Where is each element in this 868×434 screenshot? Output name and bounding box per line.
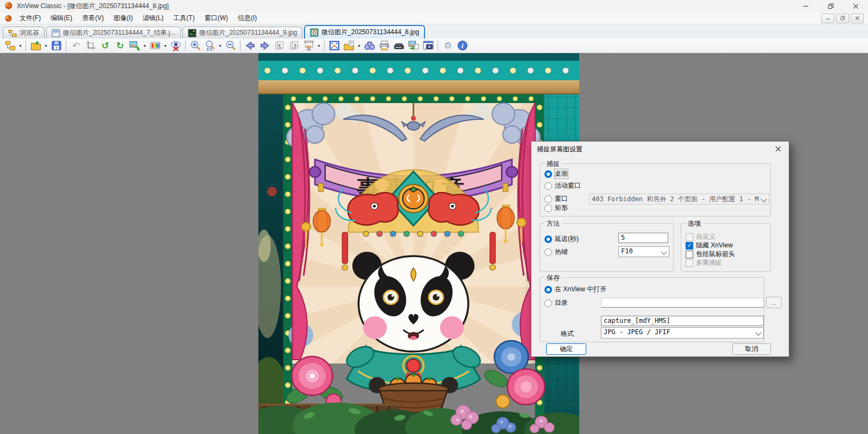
open-folder-icon bbox=[30, 40, 42, 52]
nav-back-button[interactable] bbox=[243, 39, 257, 53]
chevron-down-icon bbox=[761, 196, 766, 202]
dialog-close-icon[interactable] bbox=[772, 144, 784, 154]
red-eye-button[interactable] bbox=[168, 39, 183, 53]
format-combobox[interactable]: JPG - JPEG / JFIF bbox=[601, 327, 764, 339]
fullscreen-button[interactable] bbox=[327, 39, 341, 53]
radio-active-window[interactable] bbox=[544, 182, 552, 190]
radio-window[interactable] bbox=[544, 195, 552, 203]
zoom-in-icon bbox=[189, 40, 201, 52]
print-button[interactable] bbox=[377, 39, 391, 53]
tab-image-8[interactable]: 微信图片_20250731134444_8.jpg bbox=[304, 25, 425, 39]
chevron-down-icon bbox=[661, 248, 667, 254]
options-group: 选项 自定义 ✓ 隐藏 XnView 包括鼠标箭头 多重捕捉 bbox=[681, 223, 771, 272]
search-binoculars-button[interactable] bbox=[362, 39, 377, 53]
radio-desktop[interactable] bbox=[544, 170, 552, 178]
checkbox-multi-capture[interactable] bbox=[686, 259, 693, 267]
window-select-combobox[interactable]: 403 Forbidden 和另外 2 个页面 - 用户配置 1 - M bbox=[589, 194, 769, 205]
menu-item-6[interactable]: 窗口(W) bbox=[200, 12, 233, 24]
mdi-minimize-button[interactable] bbox=[821, 14, 834, 23]
svg-text:1:1: 1:1 bbox=[206, 47, 212, 51]
toolbar-separator bbox=[185, 40, 186, 52]
cancel-button[interactable]: 取消 bbox=[732, 343, 771, 355]
filename-template-input[interactable]: capture_[mdY_HMS] bbox=[601, 316, 764, 326]
batch-convert-button[interactable] bbox=[406, 39, 421, 53]
crop-button[interactable] bbox=[83, 39, 98, 53]
radio-directory[interactable] bbox=[544, 299, 552, 307]
scanner-button[interactable] bbox=[391, 39, 406, 53]
save-button[interactable]: ? bbox=[49, 39, 64, 53]
browse-tree-dropdown-caret[interactable]: ▾ bbox=[17, 39, 23, 53]
zoom-out-icon bbox=[225, 40, 237, 52]
open-folder-dropdown-caret[interactable]: ▾ bbox=[43, 39, 49, 53]
page-prev-icon bbox=[274, 40, 286, 52]
radio-window-label: 窗口 bbox=[555, 194, 568, 203]
rotate-left-button[interactable]: ↺ bbox=[98, 39, 112, 53]
info-button[interactable]: i bbox=[455, 39, 470, 53]
menu-item-5[interactable]: 工具(T) bbox=[168, 12, 199, 24]
open-folder-button[interactable] bbox=[28, 39, 43, 53]
save-group-label: 保存 bbox=[544, 273, 562, 283]
browse-directory-button[interactable]: ... bbox=[766, 297, 782, 308]
undo-button[interactable]: ↶ bbox=[68, 39, 83, 53]
slideshow-button[interactable] bbox=[301, 39, 316, 53]
minimize-button[interactable] bbox=[793, 0, 818, 12]
menu-item-0[interactable]: 文件(F) bbox=[15, 12, 46, 24]
radio-hotkey[interactable] bbox=[544, 248, 552, 256]
page-next-icon bbox=[288, 40, 300, 52]
window-controls bbox=[793, 0, 868, 12]
close-button[interactable] bbox=[843, 0, 868, 12]
settings-gear-button[interactable]: ⚙ bbox=[440, 39, 455, 53]
format-value: JPG - JPEG / JFIF bbox=[604, 328, 670, 336]
menu-item-2[interactable]: 查看(V) bbox=[77, 12, 109, 24]
radio-open-in-xnview[interactable] bbox=[544, 286, 552, 293]
zoom-1-1-dropdown-caret[interactable]: ▾ bbox=[217, 39, 223, 53]
convert-image-button[interactable] bbox=[127, 39, 142, 53]
svg-text:↻: ↻ bbox=[116, 41, 123, 51]
delay-seconds-input[interactable]: 5 bbox=[618, 233, 668, 243]
nav-forward-button[interactable] bbox=[257, 39, 272, 53]
directory-input[interactable] bbox=[601, 298, 764, 308]
page-prev-button[interactable] bbox=[272, 39, 287, 53]
palette-button[interactable] bbox=[148, 39, 162, 53]
mdi-close-button[interactable] bbox=[851, 14, 864, 23]
radio-rectangle[interactable] bbox=[544, 205, 552, 212]
hotkey-combobox[interactable]: F10 bbox=[618, 246, 669, 257]
restore-button[interactable] bbox=[818, 0, 843, 12]
image-canvas[interactable]: 事事如意 bbox=[0, 53, 868, 434]
rotate-right-icon: ↻ bbox=[114, 40, 126, 52]
tab-browser[interactable]: 浏览器 bbox=[3, 27, 45, 39]
menu-item-7[interactable]: 信息(I) bbox=[233, 12, 262, 24]
capture-group-label: 捕捉 bbox=[544, 159, 562, 169]
checkbox-include-cursor[interactable] bbox=[686, 251, 693, 258]
menu-item-4[interactable]: 滤镜(L) bbox=[138, 12, 169, 24]
palette-dropdown-caret[interactable]: ▾ bbox=[162, 39, 168, 53]
thumb-green-icon bbox=[188, 29, 197, 37]
tab-image-7-result[interactable]: 微信图片_20250731134444_7_结果.j... bbox=[46, 27, 181, 39]
page-next-button[interactable] bbox=[287, 39, 301, 53]
zoom-1-1-button[interactable]: 1:1 bbox=[202, 39, 217, 53]
folder-export-button[interactable] bbox=[341, 39, 356, 53]
radio-rectangle-label: 矩形 bbox=[555, 203, 568, 213]
folder-tree-icon bbox=[8, 29, 17, 37]
checkbox-hide-xnview[interactable]: ✓ bbox=[686, 242, 693, 250]
convert-image-dropdown-caret[interactable]: ▾ bbox=[142, 39, 148, 53]
chevron-down-icon bbox=[755, 329, 761, 335]
menu-item-1[interactable]: 编辑(E) bbox=[46, 12, 77, 24]
browse-tree-button[interactable] bbox=[3, 39, 17, 53]
ok-button[interactable]: 确定 bbox=[546, 343, 586, 355]
radio-delay[interactable] bbox=[544, 235, 552, 243]
menu-item-3[interactable]: 图像(I) bbox=[109, 12, 137, 24]
zoom-out-button[interactable] bbox=[223, 39, 238, 53]
menu-bar: 文件(F)编辑(E)查看(V)图像(I)滤镜(L)工具(T)窗口(W)信息(I) bbox=[0, 12, 868, 24]
checkbox-custom[interactable] bbox=[686, 233, 693, 241]
rotate-right-button[interactable]: ↻ bbox=[112, 39, 127, 53]
slideshow-dropdown-caret[interactable]: ▾ bbox=[316, 39, 322, 53]
folder-export-dropdown-caret[interactable]: ▾ bbox=[356, 39, 362, 53]
zoom-in-button[interactable] bbox=[188, 39, 202, 53]
toolbar-separator bbox=[26, 40, 26, 52]
undo-icon: ↶ bbox=[70, 40, 82, 52]
mdi-restore-button[interactable] bbox=[836, 14, 849, 23]
tab-image-9[interactable]: 微信图片_20250731134444_9.jpg bbox=[182, 27, 302, 39]
batch-convert-icon bbox=[408, 40, 420, 52]
screen-capture-button[interactable] bbox=[421, 39, 435, 53]
